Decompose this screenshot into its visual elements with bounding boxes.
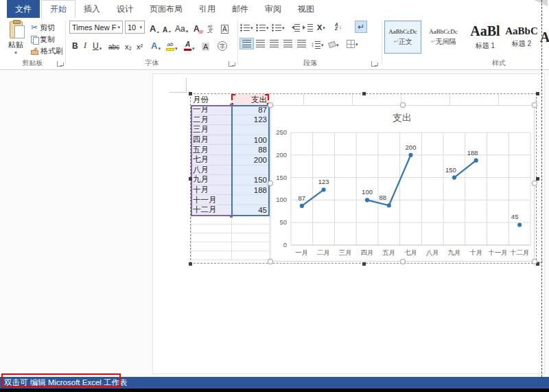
increase-indent-button[interactable]: [303, 21, 313, 34]
ribbon-tab-1[interactable]: 开始: [41, 0, 75, 18]
phonetic-guide-button[interactable]: ab文: [207, 21, 213, 34]
distribute-button[interactable]: [294, 38, 309, 49]
style-heading1[interactable]: AaBl 标题 1: [468, 21, 502, 54]
paste-button[interactable]: 粘贴 ▾: [3, 20, 29, 62]
text-effects-button[interactable]: A▾: [151, 38, 161, 51]
table-row: [191, 224, 270, 233]
pilcrow-icon: ↵: [358, 23, 364, 31]
ribbon-tab-8[interactable]: 视图: [290, 0, 323, 18]
show-hide-marks-toggle[interactable]: ↵: [355, 21, 367, 33]
sort-icon: AZ: [335, 23, 338, 32]
taskbar-edge: [0, 389, 549, 392]
change-case-button[interactable]: Aa▾: [175, 21, 188, 34]
sort-button[interactable]: AZ ↓: [335, 21, 342, 33]
borders-button[interactable]: ▾: [347, 38, 358, 50]
data-point: [408, 153, 412, 157]
numbered-list-button[interactable]: ▾: [256, 21, 269, 34]
chart-resize-handle[interactable]: [268, 181, 273, 186]
chart-resize-handle[interactable]: [268, 259, 273, 264]
table-cell-value: [232, 125, 270, 135]
x-tick-label: 十二月: [510, 249, 530, 256]
chart-resize-handle[interactable]: [532, 181, 537, 186]
ribbon-tab-6[interactable]: 邮件: [224, 0, 257, 18]
style-partial[interactable]: A: [539, 21, 549, 54]
chart-resize-handle[interactable]: [400, 259, 406, 264]
object-resize-handle[interactable]: [536, 177, 539, 181]
justify-button[interactable]: [281, 38, 295, 49]
decrease-indent-button[interactable]: [290, 21, 300, 34]
header-range-tick: [231, 94, 235, 95]
chart-resize-handle[interactable]: [400, 102, 406, 108]
table-cell-value: [232, 195, 270, 205]
character-shading-button[interactable]: A: [202, 38, 209, 51]
ribbon-tab-5[interactable]: 引用: [191, 0, 224, 18]
clipboard-dialog-launcher-icon[interactable]: [57, 61, 62, 67]
paste-label: 粘贴: [8, 40, 23, 50]
object-resize-handle[interactable]: [362, 92, 366, 95]
ribbon-tab-0[interactable]: 文件: [7, 0, 40, 18]
align-right-button[interactable]: [267, 38, 281, 49]
chevron-down-icon[interactable]: ▾: [117, 25, 120, 30]
bullet-list-button[interactable]: ▾: [240, 21, 253, 34]
category-range-handle[interactable]: [230, 104, 233, 106]
font-color-button[interactable]: A▾: [184, 38, 195, 51]
data-label: 87: [299, 194, 306, 202]
chart-resize-handle[interactable]: [268, 102, 273, 108]
copy-button[interactable]: 复制: [31, 34, 55, 45]
object-resize-handle[interactable]: [189, 177, 192, 181]
italic-button[interactable]: I: [84, 38, 86, 51]
paste-dropdown-icon[interactable]: ▾: [14, 50, 17, 55]
object-resize-handle[interactable]: [189, 92, 192, 95]
object-resize-handle[interactable]: [362, 262, 366, 266]
character-border-button[interactable]: A: [221, 21, 229, 34]
distribute-icon: [297, 40, 306, 47]
object-resize-handle[interactable]: [536, 92, 539, 95]
enclose-characters-button[interactable]: 字: [218, 38, 227, 51]
chart-resize-handle[interactable]: [532, 102, 537, 108]
asian-layout-button[interactable]: X▾: [317, 21, 325, 34]
table-cell-value: [232, 165, 270, 176]
shading-button[interactable]: ▾: [329, 38, 339, 51]
align-left-button[interactable]: [240, 38, 254, 49]
line-spacing-button[interactable]: ↕▾: [311, 38, 324, 51]
data-label: 45: [511, 213, 519, 220]
style-normal[interactable]: AaBbCcDc ↵正文: [384, 21, 421, 54]
chart-resize-handle[interactable]: [532, 259, 537, 264]
paragraph-dialog-launcher-icon[interactable]: [371, 61, 377, 67]
grow-font-button[interactable]: A▴: [150, 21, 159, 34]
font-name-combobox[interactable]: Times New F▾: [69, 21, 123, 34]
align-center-button[interactable]: [253, 38, 268, 49]
text-highlight-button[interactable]: ab▾: [166, 38, 178, 51]
strikethrough-button[interactable]: abc: [108, 38, 119, 51]
chevron-down-icon[interactable]: ▾: [139, 25, 142, 30]
ribbon-tab-7[interactable]: 审阅: [257, 0, 290, 18]
format-painter-button[interactable]: 格式刷: [31, 45, 63, 56]
bold-button[interactable]: B: [72, 38, 78, 51]
table-cell-value: [232, 242, 270, 251]
ribbon-tab-4[interactable]: 页面布局: [141, 0, 191, 18]
shrink-font-button[interactable]: A▾: [163, 21, 170, 34]
multilevel-list-button[interactable]: ▾: [272, 21, 285, 34]
style-heading2[interactable]: AaBbC 标题 2: [506, 21, 537, 54]
underline-button[interactable]: U▾: [93, 38, 102, 51]
style-no-spacing[interactable]: AaBbCcDc ↵无间隔: [425, 21, 461, 54]
embedded-excel-object[interactable]: 月份支出一月87二月123三月四月100五月88七月200八月九月150十月18…: [190, 93, 537, 264]
subscript-button[interactable]: x₂: [125, 38, 132, 51]
data-point: [517, 222, 522, 227]
table-cell-value: 支出: [232, 94, 270, 105]
document-page[interactable]: ↵ 月份支出一月87二月123三月四月100五月88七月200八月九月150十月…: [152, 73, 545, 374]
x-tick-label: 八月: [426, 249, 439, 257]
expense-chart[interactable]: 支出050100150200250一月二月三月四月五月七月八月九月十月十一月十二…: [270, 105, 535, 262]
table-cell-month: 二月: [191, 115, 232, 126]
cut-button[interactable]: ✂ 剪切: [31, 22, 55, 33]
font-size-combobox[interactable]: 10▾: [125, 21, 145, 34]
ribbon-tab-3[interactable]: 设计: [108, 0, 141, 18]
table-row: 三月: [191, 125, 270, 135]
ribbon-tab-2[interactable]: 插入: [75, 0, 108, 18]
font-dialog-launcher-icon[interactable]: [229, 61, 234, 67]
object-resize-handle[interactable]: [189, 262, 192, 266]
paragraph-group: ▾ ▾ ▾ X▾ AZ ↓ ↵ ↕▾ ▾ ▾ 段落: [238, 18, 382, 69]
clear-formatting-button[interactable]: A: [194, 21, 203, 34]
superscript-button[interactable]: x²: [137, 38, 143, 51]
category-range-handle[interactable]: [230, 215, 233, 218]
